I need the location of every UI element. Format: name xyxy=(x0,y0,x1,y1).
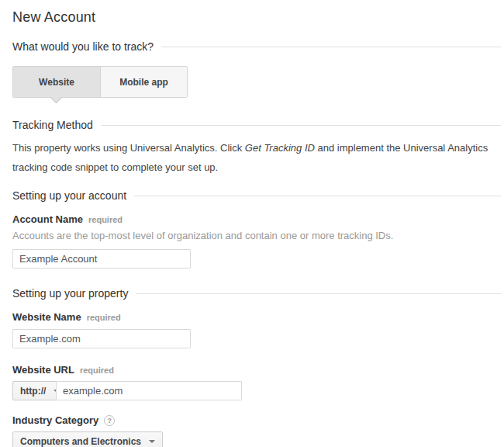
heading-rule xyxy=(134,196,501,196)
account-name-label: Account Name xyxy=(12,213,83,225)
property-section-heading-label: Setting up your property xyxy=(12,287,128,300)
website-url-required-tag: required xyxy=(80,366,114,375)
property-section-heading: Setting up your property xyxy=(12,287,501,300)
tab-mobile-app-label: Mobile app xyxy=(119,77,168,88)
website-url-label: Website URL xyxy=(12,364,74,376)
account-name-required-tag: required xyxy=(88,215,123,224)
industry-category-row: Computers and Electronics xyxy=(12,431,501,447)
industry-category-label-row: Industry Category ? xyxy=(12,414,501,426)
page-title: New Account xyxy=(12,9,501,26)
new-account-page: New Account What would you like to track… xyxy=(0,0,504,447)
tab-website[interactable]: Website xyxy=(13,67,100,97)
account-section-heading: Setting up your account xyxy=(12,189,501,202)
website-url-label-row: Website URL required xyxy=(12,364,501,376)
description-italic: Get Tracking ID xyxy=(245,142,315,154)
tracking-type-tabs: Website Mobile app xyxy=(12,66,188,98)
heading-rule xyxy=(101,125,501,126)
industry-category-dropdown[interactable]: Computers and Electronics xyxy=(12,431,163,447)
website-name-input[interactable] xyxy=(12,329,191,348)
website-name-required-tag: required xyxy=(87,313,121,322)
website-url-row: http:// xyxy=(12,381,501,400)
protocol-dropdown[interactable]: http:// xyxy=(12,381,57,400)
help-question-icon[interactable]: ? xyxy=(104,415,115,426)
tab-website-label: Website xyxy=(39,77,74,88)
tracking-method-description: This property works using Universal Anal… xyxy=(12,138,501,177)
tracking-method-heading: Tracking Method xyxy=(12,119,501,131)
tab-mobile-app[interactable]: Mobile app xyxy=(100,67,187,97)
website-name-label-row: Website Name required xyxy=(12,311,501,323)
account-name-input[interactable] xyxy=(12,249,191,269)
track-section-heading-label: What would you like to track? xyxy=(12,40,154,53)
heading-rule xyxy=(136,293,501,294)
website-url-input[interactable] xyxy=(56,381,242,400)
website-name-label: Website Name xyxy=(12,311,81,323)
chevron-down-icon xyxy=(149,440,155,443)
heading-rule xyxy=(161,47,501,47)
industry-category-label: Industry Category xyxy=(12,414,98,426)
account-name-label-row: Account Name required xyxy=(12,213,501,225)
account-name-help-text: Accounts are the top-most level of organ… xyxy=(12,230,501,241)
account-section-heading-label: Setting up your account xyxy=(12,189,126,202)
track-section-heading: What would you like to track? xyxy=(12,40,501,53)
tracking-method-heading-label: Tracking Method xyxy=(12,119,93,131)
protocol-dropdown-value: http:// xyxy=(20,386,46,397)
description-prefix: This property works using Universal Anal… xyxy=(12,142,245,154)
industry-category-value: Computers and Electronics xyxy=(20,436,141,447)
selected-tab-caret-icon xyxy=(50,92,63,104)
